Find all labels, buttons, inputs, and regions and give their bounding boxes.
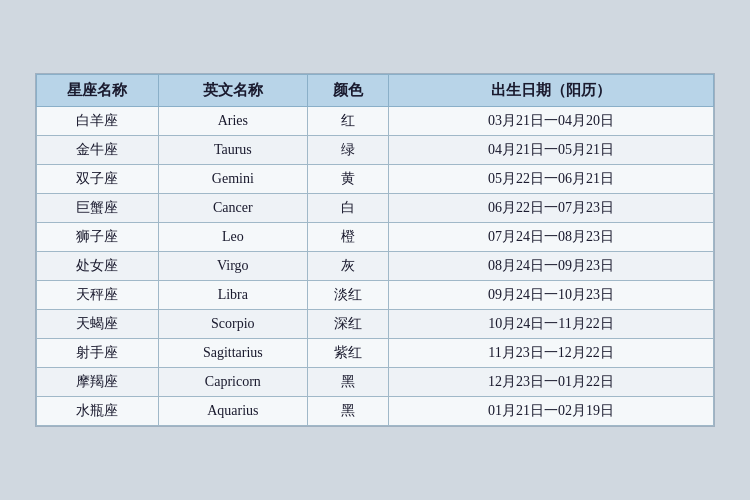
cell-date: 07月24日一08月23日 (389, 223, 714, 252)
cell-english: Sagittarius (158, 339, 307, 368)
cell-english: Gemini (158, 165, 307, 194)
table-row: 巨蟹座Cancer白06月22日一07月23日 (37, 194, 714, 223)
cell-chinese: 天蝎座 (37, 310, 159, 339)
table-row: 水瓶座Aquarius黑01月21日一02月19日 (37, 397, 714, 426)
table-row: 白羊座Aries红03月21日一04月20日 (37, 107, 714, 136)
cell-chinese: 狮子座 (37, 223, 159, 252)
cell-date: 05月22日一06月21日 (389, 165, 714, 194)
cell-chinese: 水瓶座 (37, 397, 159, 426)
table-header-row: 星座名称 英文名称 颜色 出生日期（阳历） (37, 75, 714, 107)
cell-color: 黑 (307, 397, 388, 426)
table-row: 处女座Virgo灰08月24日一09月23日 (37, 252, 714, 281)
cell-chinese: 双子座 (37, 165, 159, 194)
zodiac-table-container: 星座名称 英文名称 颜色 出生日期（阳历） 白羊座Aries红03月21日一04… (35, 73, 715, 427)
cell-english: Capricorn (158, 368, 307, 397)
table-row: 摩羯座Capricorn黑12月23日一01月22日 (37, 368, 714, 397)
cell-color: 橙 (307, 223, 388, 252)
cell-english: Scorpio (158, 310, 307, 339)
cell-color: 紫红 (307, 339, 388, 368)
cell-english: Virgo (158, 252, 307, 281)
header-color: 颜色 (307, 75, 388, 107)
cell-chinese: 射手座 (37, 339, 159, 368)
table-row: 狮子座Leo橙07月24日一08月23日 (37, 223, 714, 252)
cell-date: 10月24日一11月22日 (389, 310, 714, 339)
cell-date: 12月23日一01月22日 (389, 368, 714, 397)
cell-date: 09月24日一10月23日 (389, 281, 714, 310)
cell-chinese: 天秤座 (37, 281, 159, 310)
cell-date: 06月22日一07月23日 (389, 194, 714, 223)
cell-english: Cancer (158, 194, 307, 223)
table-row: 天蝎座Scorpio深红10月24日一11月22日 (37, 310, 714, 339)
header-chinese: 星座名称 (37, 75, 159, 107)
table-row: 金牛座Taurus绿04月21日一05月21日 (37, 136, 714, 165)
cell-english: Leo (158, 223, 307, 252)
cell-date: 04月21日一05月21日 (389, 136, 714, 165)
table-row: 天秤座Libra淡红09月24日一10月23日 (37, 281, 714, 310)
cell-english: Aries (158, 107, 307, 136)
cell-color: 黄 (307, 165, 388, 194)
cell-color: 淡红 (307, 281, 388, 310)
cell-chinese: 摩羯座 (37, 368, 159, 397)
header-date: 出生日期（阳历） (389, 75, 714, 107)
cell-color: 灰 (307, 252, 388, 281)
table-row: 双子座Gemini黄05月22日一06月21日 (37, 165, 714, 194)
cell-english: Aquarius (158, 397, 307, 426)
cell-chinese: 处女座 (37, 252, 159, 281)
cell-color: 白 (307, 194, 388, 223)
cell-chinese: 金牛座 (37, 136, 159, 165)
cell-color: 绿 (307, 136, 388, 165)
cell-color: 黑 (307, 368, 388, 397)
cell-date: 08月24日一09月23日 (389, 252, 714, 281)
cell-english: Taurus (158, 136, 307, 165)
cell-color: 红 (307, 107, 388, 136)
cell-chinese: 巨蟹座 (37, 194, 159, 223)
cell-date: 03月21日一04月20日 (389, 107, 714, 136)
header-english: 英文名称 (158, 75, 307, 107)
cell-english: Libra (158, 281, 307, 310)
cell-date: 11月23日一12月22日 (389, 339, 714, 368)
table-row: 射手座Sagittarius紫红11月23日一12月22日 (37, 339, 714, 368)
cell-color: 深红 (307, 310, 388, 339)
cell-chinese: 白羊座 (37, 107, 159, 136)
cell-date: 01月21日一02月19日 (389, 397, 714, 426)
zodiac-table: 星座名称 英文名称 颜色 出生日期（阳历） 白羊座Aries红03月21日一04… (36, 74, 714, 426)
